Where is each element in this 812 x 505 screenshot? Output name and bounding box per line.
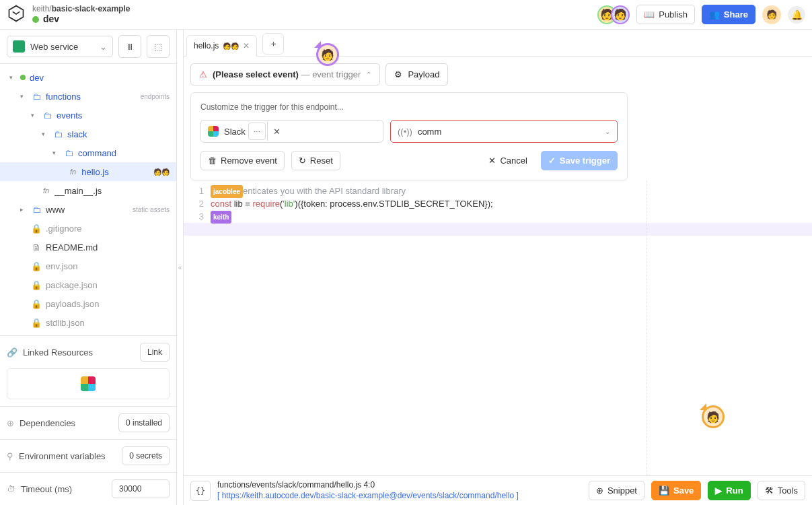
tree-file-packagejson[interactable]: 🔒package.json bbox=[0, 275, 176, 294]
share-button[interactable]: 👥 Share bbox=[702, 5, 755, 24]
tree-file-main[interactable]: fn__main__.js bbox=[0, 181, 176, 200]
play-icon: ▶ bbox=[715, 485, 722, 496]
pause-icon: ⏸ bbox=[126, 42, 135, 52]
book-icon: 📖 bbox=[644, 9, 655, 20]
static-assets-badge: static assets bbox=[133, 206, 170, 213]
tree-folder-www[interactable]: ▸🗀www static assets bbox=[0, 200, 176, 219]
gear-icon: ⚙ bbox=[394, 69, 402, 79]
code-editor[interactable]: 1234 jacobleeenticates you with the API … bbox=[184, 180, 812, 475]
tree-folder-events[interactable]: ▾🗀events bbox=[0, 106, 176, 125]
sidebar-collapse-handle[interactable]: « bbox=[177, 30, 184, 505]
slack-icon bbox=[208, 126, 219, 137]
collaborator-badge-keith: keith bbox=[211, 211, 231, 224]
trigger-config-title: Customize the trigger for this endpoint.… bbox=[200, 102, 618, 112]
web-service-icon bbox=[13, 40, 25, 53]
dependencies-label: Dependencies bbox=[20, 418, 113, 428]
user-avatar[interactable] bbox=[762, 5, 781, 24]
document-icon: 🗎 bbox=[31, 242, 42, 252]
undo-icon: ↻ bbox=[299, 156, 306, 166]
save-icon: 💾 bbox=[659, 485, 669, 496]
endpoint-url[interactable]: [ https://keith.autocode.dev/basic-slack… bbox=[217, 491, 519, 502]
tree-file-hello[interactable]: fnhello.js 🧑🧑 bbox=[0, 162, 176, 181]
tree-folder-functions[interactable]: ▾🗀functions endpoints bbox=[0, 87, 176, 106]
wrench-icon: 🛠 bbox=[765, 485, 774, 496]
folder-icon: 🗀 bbox=[31, 92, 42, 102]
dependencies-icon: ⊕ bbox=[7, 418, 14, 428]
trigger-config-panel: Customize the trigger for this endpoint.… bbox=[190, 92, 628, 180]
editor-tab-hello[interactable]: hello.js 🧑🧑 ✕ bbox=[186, 35, 257, 57]
linked-resource-slack[interactable] bbox=[7, 368, 170, 399]
folder-icon: 🗀 bbox=[42, 110, 52, 121]
collaborator-cursor-other bbox=[702, 405, 725, 428]
notifications-icon[interactable]: 🔔 bbox=[788, 6, 805, 24]
package-button[interactable]: ⬚ bbox=[147, 35, 170, 58]
tree-file-payloadsjson[interactable]: 🔒payloads.json bbox=[0, 294, 176, 313]
cube-icon: ⬚ bbox=[154, 42, 162, 52]
folder-icon: 🗀 bbox=[31, 205, 42, 215]
slack-icon bbox=[81, 376, 96, 391]
tree-folder-command[interactable]: ▾🗀command bbox=[0, 143, 176, 162]
folder-icon: 🗀 bbox=[63, 148, 74, 158]
presence-avatars bbox=[597, 5, 630, 24]
reset-button[interactable]: ↻Reset bbox=[291, 151, 340, 170]
lock-icon: 🔒 bbox=[31, 224, 42, 234]
collaborator-cursor-jacob bbox=[316, 43, 339, 66]
plus-icon: ⊕ bbox=[596, 485, 603, 496]
tools-button[interactable]: 🛠Tools bbox=[758, 481, 805, 500]
chevron-down-icon: ⌄ bbox=[605, 128, 610, 135]
workspace-selector[interactable]: Web service ⌄ bbox=[7, 36, 113, 57]
collaborator-badge-jacoblee: jacoblee bbox=[211, 185, 243, 198]
timeout-input[interactable] bbox=[112, 479, 170, 498]
link-button[interactable]: Link bbox=[140, 343, 170, 362]
new-tab-button[interactable]: ＋ bbox=[262, 33, 284, 55]
lock-icon: 🔒 bbox=[31, 261, 42, 271]
presence-dots-icon: 🧑🧑 bbox=[223, 42, 239, 50]
linked-resources-label: Linked Resources bbox=[23, 347, 135, 358]
pause-button[interactable]: ⏸ bbox=[118, 35, 141, 58]
timeout-label: Timeout (ms) bbox=[21, 484, 106, 494]
trigger-source-select[interactable]: Slack ⋯ ✕ bbox=[200, 120, 383, 143]
tree-env-root[interactable]: ▾dev bbox=[0, 68, 176, 87]
envvars-label: Environment variables bbox=[19, 451, 116, 461]
share-icon: 👥 bbox=[709, 9, 720, 20]
tree-folder-slack[interactable]: ▾🗀slack bbox=[0, 125, 176, 143]
payload-button[interactable]: ⚙ Payload bbox=[385, 63, 448, 86]
lock-icon: 🔒 bbox=[31, 299, 42, 309]
autocode-logo-icon bbox=[7, 4, 26, 25]
cancel-button[interactable]: ✕Cancel bbox=[482, 152, 533, 170]
check-icon: ✓ bbox=[548, 156, 556, 166]
save-trigger-button[interactable]: ✓Save trigger bbox=[541, 151, 618, 170]
lock-icon: 🔒 bbox=[31, 318, 42, 328]
envvars-icon: ⚲ bbox=[7, 451, 13, 461]
publish-button[interactable]: 📖 Publish bbox=[636, 5, 695, 24]
lock-icon: 🔒 bbox=[31, 280, 42, 290]
file-path-status: functions/events/slack/command/hello.js … bbox=[217, 480, 519, 491]
snippet-button[interactable]: ⊕Snippet bbox=[589, 481, 644, 500]
tree-file-envjson[interactable]: 🔒env.json bbox=[0, 257, 176, 275]
endpoints-badge: endpoints bbox=[141, 93, 170, 100]
run-button[interactable]: ▶Run bbox=[708, 481, 750, 500]
event-trigger-selector[interactable]: ⚠ (Please select event) — event trigger … bbox=[190, 63, 380, 86]
timeout-icon: ⏱ bbox=[7, 484, 15, 494]
project-path: keith/basic-slack-example bbox=[32, 4, 130, 13]
env-indicator: dev bbox=[32, 13, 130, 25]
close-tab-icon[interactable]: ✕ bbox=[243, 41, 250, 50]
chevron-down-icon: ⌄ bbox=[100, 42, 107, 52]
remove-event-button[interactable]: 🗑Remove event bbox=[200, 151, 285, 170]
tree-file-stdlibjson[interactable]: 🔒stdlib.json bbox=[0, 313, 176, 332]
secrets-count[interactable]: 0 secrets bbox=[122, 446, 170, 465]
trash-icon: 🗑 bbox=[208, 156, 217, 166]
dependencies-count[interactable]: 0 installed bbox=[118, 413, 170, 432]
link-icon: 🔗 bbox=[7, 347, 17, 358]
tree-file-gitignore[interactable]: 🔒.gitignore bbox=[0, 219, 176, 238]
warning-icon: ⚠ bbox=[199, 69, 207, 79]
chevron-up-icon: ⌃ bbox=[366, 71, 371, 78]
broadcast-icon: ((•)) bbox=[398, 127, 412, 137]
format-json-button[interactable]: {} bbox=[190, 481, 211, 501]
clear-source-icon[interactable]: ✕ bbox=[267, 122, 286, 141]
more-icon[interactable]: ⋯ bbox=[248, 123, 266, 140]
close-icon: ✕ bbox=[488, 156, 496, 166]
tree-file-readme[interactable]: 🗎README.md bbox=[0, 238, 176, 257]
save-button[interactable]: 💾Save bbox=[651, 481, 701, 500]
trigger-event-input[interactable]: ((•)) comm ⌄ bbox=[390, 120, 618, 143]
